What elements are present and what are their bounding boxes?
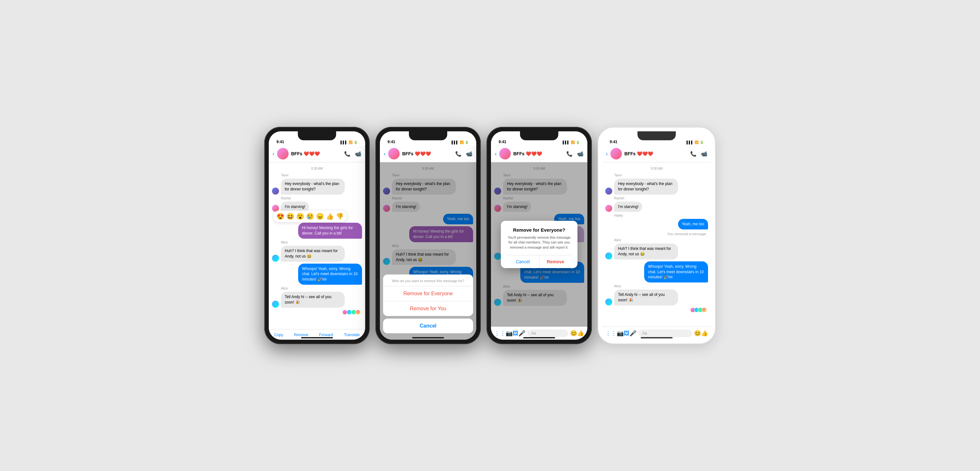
camera-icon-4[interactable]: 📷 <box>617 330 624 337</box>
video-icon-2[interactable]: 📹 <box>466 151 473 157</box>
sender-rachel-4: Rachel <box>614 196 708 200</box>
back-button-4[interactable]: ‹ <box>606 150 608 157</box>
image-icon-3[interactable]: 🖼 <box>513 330 519 337</box>
phone-icon-3[interactable]: 📞 <box>566 151 573 157</box>
emoji-icon-4[interactable]: 😊 <box>694 330 701 337</box>
signal-icon: ▌▌▌ <box>340 141 347 144</box>
emoji-thumbsup-1[interactable]: 👍 <box>326 212 334 220</box>
bubble-alice2-1: Tell Andy hi -- see all of you soon! 🎉 <box>281 292 345 308</box>
avatar-tanvi-1 <box>272 188 279 195</box>
remove-action[interactable]: Remove <box>294 333 309 337</box>
header-name-3: BFFs ❤️❤️❤️ <box>513 151 564 156</box>
header-info-4: BFFs ❤️❤️❤️ <box>624 151 687 156</box>
phone-screen-4: 9:41 ▌▌▌ 📶 🔋 ‹ BFFs ❤️❤️❤️ 📞 📹 <box>602 131 711 340</box>
video-icon-3[interactable]: 📹 <box>577 151 584 157</box>
back-button-3[interactable]: ‹ <box>495 150 497 157</box>
mic-icon-3[interactable]: 🎤 <box>519 330 525 337</box>
avatar-tanvi-4 <box>605 188 612 195</box>
copy-action[interactable]: Copy <box>274 333 283 337</box>
status-icons-4: ▌▌▌ 📶 🔋 <box>687 141 703 144</box>
text-input-3[interactable]: Aa <box>527 329 568 337</box>
mic-icon-4[interactable]: 🎤 <box>630 330 636 337</box>
sender-tanvi-1: Tanvi <box>281 174 362 177</box>
emoji-cry-1[interactable]: 😢 <box>306 212 314 220</box>
action-sheet-overlay: Who do you want to remove this message f… <box>380 162 476 340</box>
status-icons-3: ▌▌▌ 📶 🔋 <box>563 141 580 144</box>
bubble-tanvi-4: Hey everybody - what's the plan for dinn… <box>614 179 678 195</box>
header-info-1: BFFs ❤️❤️❤️ <box>291 151 342 156</box>
emoji-icon-3[interactable]: 😊 <box>570 330 577 337</box>
bubble-outgoing-1: Whoops! Yeah, sorry. Wrong chat. Let's m… <box>298 263 362 285</box>
phone-screen-1: 9:41 ▌▌▌ 📶 🔋 ‹ BFFs ❤️❤️❤️ 📞 📹 <box>269 131 365 340</box>
confirm-dialog: Remove for Everyone? You'll permanently … <box>501 221 578 268</box>
avatar-alice-1 <box>272 255 279 262</box>
status-icons-1: ▌▌▌ 📶 🔋 <box>340 141 358 144</box>
emoji-thumbsdown-1[interactable]: 👎 <box>336 212 344 220</box>
dialog-body: You'll permanently remove this message f… <box>507 235 572 250</box>
read-avatar-4 <box>356 310 361 315</box>
remove-for-everyone-btn[interactable]: Remove for Everyone <box>383 286 473 301</box>
grid-icon-4[interactable]: ⋮⋮ <box>605 330 617 337</box>
chat-header-3: ‹ BFFs ❤️❤️❤️ 📞 📹 <box>491 145 587 162</box>
action-sheet-cancel-btn[interactable]: Cancel <box>383 319 473 333</box>
image-icon-4[interactable]: 🖼 <box>624 330 630 337</box>
text-input-4[interactable]: Aa <box>638 329 692 337</box>
phone-3: 9:41 ▌▌▌ 📶 🔋 ‹ BFFs ❤️❤️❤️ 📞 📹 <box>487 127 592 344</box>
sender-hailey-4: Hailey <box>614 214 708 217</box>
phone-icon-1[interactable]: 📞 <box>344 151 350 157</box>
dialog-remove-btn[interactable]: Remove <box>539 255 572 268</box>
like-icon-4[interactable]: 👍 <box>701 330 708 337</box>
like-icon-3[interactable]: 👍 <box>577 330 584 337</box>
emoji-angry-1[interactable]: 😠 <box>316 212 324 220</box>
chat-header-2: ‹ BFFs ❤️❤️❤️ 📞 📹 <box>380 145 476 162</box>
header-name-1: BFFs ❤️❤️❤️ <box>291 151 342 156</box>
messages-area-2: 9:30 AM Tanvi Hey everybody - what's the… <box>380 162 476 340</box>
phone-notch-2 <box>409 131 447 140</box>
msg-row-3: Hi honey! Meeting the girls for dinner. … <box>272 223 362 239</box>
wifi-icon-4: 📶 <box>695 141 698 144</box>
phones-container: 9:41 ▌▌▌ 📶 🔋 ‹ BFFs ❤️❤️❤️ 📞 📹 <box>264 127 716 344</box>
bubble-tanvi-1: Hey everybody - what's the plan for dinn… <box>281 179 345 195</box>
phone-1: 9:41 ▌▌▌ 📶 🔋 ‹ BFFs ❤️❤️❤️ 📞 📹 <box>264 127 370 344</box>
video-icon-1[interactable]: 📹 <box>355 151 361 157</box>
bubble-hailey-4: Yeah, me too <box>678 219 708 230</box>
emoji-bar-1: 😍 😆 😮 😢 😠 👍 👎 <box>273 211 347 222</box>
signal-icon-3: ▌▌▌ <box>563 141 570 144</box>
grid-icon-3[interactable]: ⋮⋮ <box>494 330 506 337</box>
status-time-1: 9:41 <box>277 140 284 144</box>
header-actions-4: 📞 📹 <box>690 151 707 157</box>
translate-action[interactable]: Translate <box>344 333 360 337</box>
bubble-alice-1: Huh? I think that was meant for Andy, no… <box>281 246 345 262</box>
dialog-cancel-btn[interactable]: Cancel <box>507 255 539 268</box>
video-icon-4[interactable]: 📹 <box>701 151 707 157</box>
phone-icon-2[interactable]: 📞 <box>455 151 461 157</box>
status-time-4: 9:41 <box>610 140 617 144</box>
emoji-love-1[interactable]: 😍 <box>277 212 285 220</box>
sender-tanvi-4: Tanvi <box>614 174 708 177</box>
phone-icon-4[interactable]: 📞 <box>690 151 697 157</box>
emoji-laugh-1[interactable]: 😆 <box>286 212 294 220</box>
signal-icon-2: ▌▌▌ <box>452 141 458 144</box>
phone-notch-1 <box>298 131 336 140</box>
phone-notch-3 <box>520 131 558 140</box>
remove-for-you-btn[interactable]: Remove for You <box>383 301 473 316</box>
status-time-3: 9:41 <box>499 140 506 144</box>
msg-row-4-5: Huh? I think that was meant for Andy, no… <box>605 243 708 259</box>
forward-action[interactable]: Forward <box>319 333 333 337</box>
back-button-2[interactable]: ‹ <box>384 150 386 157</box>
emoji-wow-1[interactable]: 😮 <box>296 212 304 220</box>
dialog-title: Remove for Everyone? <box>507 227 572 233</box>
header-name-4: BFFs ❤️❤️❤️ <box>624 151 687 156</box>
header-name-2: BFFs ❤️❤️❤️ <box>402 151 453 156</box>
camera-icon-3[interactable]: 📷 <box>506 330 513 337</box>
header-info-2: BFFs ❤️❤️❤️ <box>402 151 453 156</box>
timestamp-4: 9:30 AM <box>605 167 708 170</box>
header-actions-3: 📞 📹 <box>566 151 584 157</box>
sender-alice-4: Alice <box>614 238 708 242</box>
phone-4: 9:41 ▌▌▌ 📶 🔋 ‹ BFFs ❤️❤️❤️ 📞 📹 <box>598 127 716 344</box>
msg-row-1: Hey everybody - what's the plan for dinn… <box>272 179 362 195</box>
status-icons-2: ▌▌▌ 📶 🔋 <box>452 141 469 144</box>
back-button-1[interactable]: ‹ <box>273 150 275 157</box>
bubble-alice2-4: Tell Andy hi -- see all of you soon! 🎉 <box>614 289 678 305</box>
home-indicator-3 <box>523 337 555 338</box>
